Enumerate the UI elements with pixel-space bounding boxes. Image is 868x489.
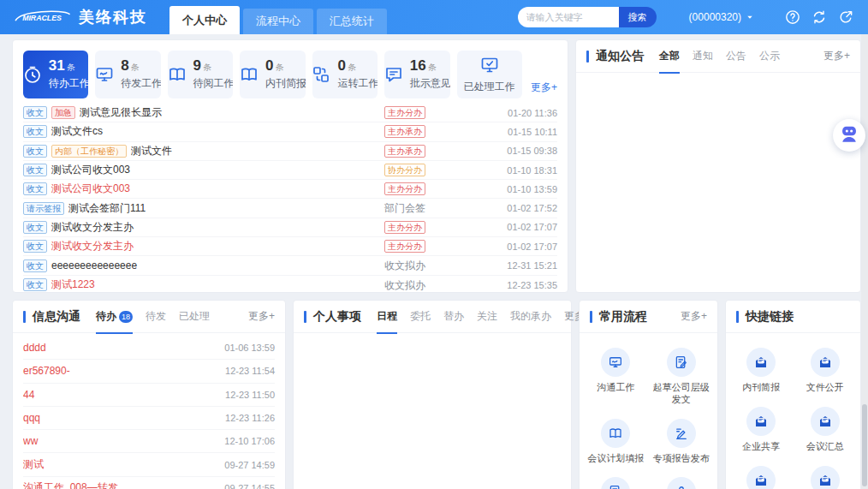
nav-tab[interactable]: 个人中心: [169, 6, 240, 34]
stat-card[interactable]: 已处理工作: [457, 51, 522, 98]
flow-icon-wrap: [667, 348, 696, 377]
doc-tags: 收文: [23, 221, 51, 234]
stat-label: 批示意见: [410, 76, 450, 91]
message-row[interactable]: 44 12-23 11:50: [23, 384, 275, 407]
stat-number: 0: [265, 57, 273, 74]
doc-tag: 加急: [51, 106, 75, 119]
stat-number: 31: [49, 57, 65, 74]
todo-row[interactable]: 收文 测试公司收文003 主办分办 01-10 13:59: [23, 180, 557, 199]
flow-shortcut[interactable]: 专项报告发布: [649, 411, 715, 470]
todo-row[interactable]: 收文 内部（工作秘密） 测试文件 主办承办 01-15 09:38: [23, 142, 557, 161]
panel-tab[interactable]: 替办: [443, 301, 464, 333]
panel-tab[interactable]: 委托: [410, 301, 431, 333]
stat-label: 内刊简报: [265, 76, 306, 91]
stat-card[interactable]: 16条 批示意见: [384, 51, 449, 98]
todo-row[interactable]: 收文 测试收文分发主办 主办分办 01-02 17:07: [23, 218, 557, 237]
app-header: MIRACLES 美络科技 个人中心 流程中心 汇总统计 搜索 (0000032…: [0, 0, 868, 34]
todo-status-cell: 收文拟办: [384, 279, 494, 291]
nav-tab[interactable]: 汇总统计: [317, 9, 387, 34]
message-row[interactable]: 沟通工作_008—转发 09-27 14:55: [23, 477, 275, 489]
flow-shortcut[interactable]: 沟通工作: [583, 340, 649, 411]
stat-number: 9: [193, 57, 201, 74]
nav-tab[interactable]: 流程中心: [243, 9, 313, 34]
panel-tab[interactable]: 全部: [659, 40, 680, 73]
more-link[interactable]: 更多+: [681, 309, 707, 324]
message-title: qqq: [23, 412, 218, 424]
page-scrollbar-thumb[interactable]: [862, 404, 867, 486]
quick-link[interactable]: 通讯录: [729, 458, 794, 489]
panel-title: 常用流程: [590, 309, 647, 325]
stat-card[interactable]: 8条 待发工作: [95, 51, 160, 98]
message-row[interactable]: dddd 01-06 13:59: [23, 337, 275, 360]
more-link[interactable]: 更多+: [823, 49, 850, 63]
todo-row[interactable]: 收文 测试收文分发主办 主办分办 01-02 17:07: [23, 237, 557, 256]
flow-shortcut[interactable]: 人员定密: [649, 469, 715, 489]
todo-row[interactable]: 收文 加急 测试意见很长显示 主办分办 01-20 11:36: [23, 104, 557, 122]
message-row[interactable]: qqq 12-23 11:26: [23, 407, 275, 430]
todo-row[interactable]: 请示签报 测试会签部门111 部门会签 01-02 17:52: [23, 199, 557, 218]
message-date: 09-27 14:59: [224, 460, 275, 470]
tab-label: 待办: [96, 309, 116, 324]
message-date: 12-10 17:06: [224, 436, 275, 446]
help-icon[interactable]: [784, 9, 801, 26]
notice-panel-header: 通知公告 全部 通知 公告 公示 更多+: [576, 40, 860, 73]
todo-date: 01-02 17:07: [494, 242, 557, 252]
more-link[interactable]: 更多+: [248, 309, 275, 324]
panel-tab[interactable]: 已处理: [179, 301, 210, 333]
search-button[interactable]: 搜索: [619, 7, 657, 27]
doc-tag: 内部（工作秘密）: [51, 145, 127, 158]
panel-tab[interactable]: 待发: [146, 301, 166, 333]
todo-row[interactable]: 收文 测试文件cs 主办承办 01-15 10:11: [23, 122, 557, 141]
flow-shortcut[interactable]: 电话记录: [583, 469, 649, 489]
assistant-button[interactable]: [833, 119, 865, 152]
stats-more-link[interactable]: 更多+: [531, 81, 557, 95]
quick-link[interactable]: 企业共享: [729, 399, 794, 458]
message-row[interactable]: 测试 09-27 14:59: [23, 453, 275, 476]
message-row[interactable]: ww 12-10 17:06: [23, 430, 275, 453]
links-panel-header: 快捷链接: [726, 301, 860, 333]
stat-card[interactable]: 0条 运转工作: [312, 51, 378, 98]
todo-row[interactable]: 收文 测试公司收文003 协办分办 01-10 18:31: [23, 161, 557, 180]
quick-link[interactable]: 文件公开: [794, 340, 858, 399]
envelope-icon: [746, 348, 776, 377]
todo-row[interactable]: 收文 eeeeeeeeeeeeeee 收文拟办 12-31 15:21: [23, 256, 557, 275]
quick-link[interactable]: 会议汇总: [794, 399, 858, 458]
stat-label: 待办工作: [49, 76, 89, 91]
panel-tab[interactable]: 日程: [377, 301, 397, 333]
tab-label: 待发: [146, 309, 166, 324]
stat-card[interactable]: 0条 内刊简报: [240, 51, 305, 98]
todo-title: eeeeeeeeeeeeeee: [51, 259, 384, 271]
panel-tab[interactable]: 通知: [693, 40, 713, 73]
notice-panel: 通知公告 全部 通知 公告 公示 更多+: [575, 39, 861, 293]
message-row[interactable]: er567890- 12-23 11:54: [23, 360, 275, 383]
panel-tab[interactable]: 待办18: [96, 301, 133, 333]
stat-card[interactable]: 31条 待办工作: [23, 51, 88, 98]
quick-link[interactable]: 内刊简报: [729, 340, 794, 399]
quick-link[interactable]: 领导行程: [794, 458, 858, 489]
status-tag: 主办承办: [384, 125, 425, 138]
main-nav: 个人中心 流程中心 汇总统计: [169, 0, 390, 34]
flow-shortcut[interactable]: 起草公司层级发文: [649, 340, 715, 411]
search-input[interactable]: [518, 7, 619, 27]
flow-label: 专项报告发布: [653, 453, 710, 465]
account-menu[interactable]: (00000320): [689, 11, 755, 23]
todo-title: 测试公司收文003: [51, 163, 384, 177]
exit-icon[interactable]: [837, 9, 854, 26]
doc-tags: 收文: [23, 278, 51, 291]
panel-tab[interactable]: 我的承办: [510, 301, 551, 333]
monitor-check-icon: [479, 55, 500, 75]
status-tag: 收文拟办: [384, 260, 425, 271]
todo-status-cell: 主办承办: [384, 145, 494, 158]
message-title: er567890-: [23, 365, 218, 377]
flow-label: 沟通工作: [597, 382, 634, 394]
flow-shortcut[interactable]: 会议计划填报: [583, 411, 649, 470]
stat-card[interactable]: 9条 待阅工作: [168, 51, 233, 98]
refresh-icon[interactable]: [811, 9, 828, 26]
panel-tab[interactable]: 关注: [477, 301, 497, 333]
message-title: dddd: [23, 342, 217, 354]
lock-icon: [667, 477, 696, 489]
panel-tab[interactable]: 公告: [726, 40, 746, 73]
quick-links-panel: 快捷链接 内刊简报 文件公开: [725, 300, 861, 489]
panel-tab[interactable]: 公示: [759, 40, 780, 73]
todo-row[interactable]: 收文 测试1223 收文拟办 12-23 15:35: [23, 276, 557, 293]
